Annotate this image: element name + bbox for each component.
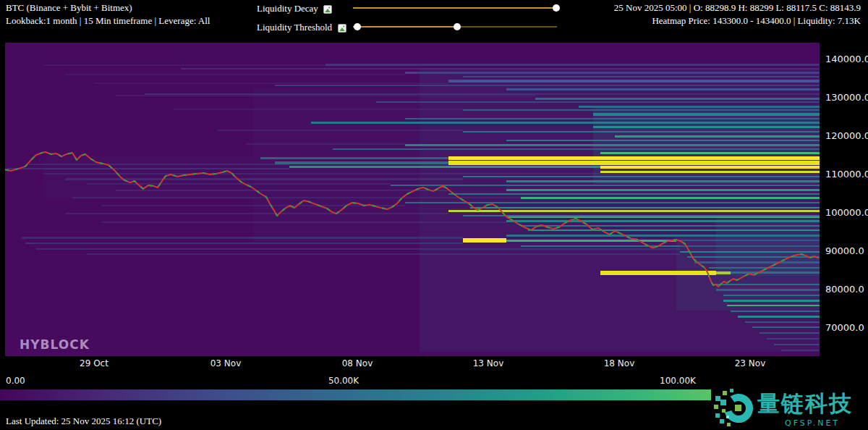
- liquidity-decay-label: Liquidity Decay: [257, 3, 318, 14]
- liquidity-band: [600, 166, 820, 169]
- x-tick-label: 18 Nov: [594, 358, 644, 368]
- liquidity-band: [600, 171, 820, 173]
- liquidity-band: [506, 88, 820, 90]
- liquidity-band: [116, 95, 535, 96]
- liquidity-band: [43, 64, 326, 66]
- liquidity-band: [326, 64, 820, 66]
- liquidity-band: [101, 205, 405, 206]
- y-tick-label: 110000.0: [825, 169, 868, 180]
- liquidity-threshold-icon[interactable]: [338, 22, 346, 31]
- liquidity-band: [333, 148, 820, 150]
- liquidity-band: [246, 143, 405, 145]
- liquidity-threshold-label: Liquidity Threshold: [257, 22, 332, 33]
- header-left: BTC (Binance + Bybit + Bitmex) Lookback:…: [6, 2, 210, 28]
- x-tick-label: 13 Nov: [463, 358, 514, 368]
- liquidity-band: [727, 305, 820, 306]
- liquidity-band: [506, 180, 820, 182]
- liquidity-band: [521, 197, 820, 199]
- liquidity-band: [448, 156, 820, 160]
- liquidity-band: [600, 271, 716, 275]
- liquidity-band: [43, 173, 600, 174]
- liquidity-band: [716, 289, 820, 291]
- liquidity-band: [506, 216, 820, 218]
- liquidity-band: [463, 109, 820, 111]
- liquidity-band: [463, 176, 820, 177]
- colorbar-tick-label: 0.00: [6, 376, 64, 386]
- liquidity-threshold-low-handle[interactable]: [354, 23, 361, 30]
- liquidity-band: [275, 161, 448, 164]
- liquidity-band: [521, 225, 820, 227]
- liquidity-band: [405, 118, 820, 119]
- liquidity-band: [260, 157, 448, 159]
- last-updated: Last Updated: 25 Nov 2025 16:12 (UTC): [6, 416, 161, 427]
- x-tick-label: 08 Nov: [332, 358, 383, 368]
- liquidity-band: [731, 271, 820, 274]
- liquidity-decay-handle[interactable]: [553, 4, 560, 12]
- liquidity-band: [448, 80, 820, 83]
- liquidity-band: [463, 238, 506, 243]
- liquidity-band: [738, 316, 820, 318]
- liquidity-band: [311, 122, 820, 124]
- y-tick-label: 140000.0: [825, 54, 868, 64]
- liquidity-band: [680, 245, 820, 247]
- liquidity-band: [723, 295, 820, 296]
- liquidity-band: [87, 183, 391, 185]
- y-tick-label: 80000.0: [825, 284, 864, 295]
- brand-name: 量链科技: [757, 389, 853, 419]
- liquidity-band: [145, 93, 820, 95]
- liquidity-wash: [43, 156, 253, 200]
- y-tick-label: 120000.0: [825, 130, 868, 141]
- liquidity-band: [22, 237, 463, 239]
- liquidity-band: [463, 215, 820, 216]
- liquidity-band: [723, 300, 820, 302]
- liquidity-decay-slider[interactable]: [353, 7, 557, 9]
- liquidity-band: [716, 271, 731, 274]
- liquidity-decay-icon[interactable]: [323, 4, 332, 12]
- liquidity-band: [774, 344, 820, 345]
- liquidity-band: [448, 161, 820, 165]
- liquidity-band: [463, 76, 820, 77]
- colorbar-tick-label: 100.00K: [649, 376, 707, 386]
- liquidity-band: [94, 83, 448, 84]
- liquidity-band: [506, 240, 676, 242]
- liquidity-band: [760, 332, 820, 334]
- liquidity-band: [781, 350, 820, 351]
- liquidity-band: [676, 240, 820, 241]
- brand-site: QFSP.NET: [785, 418, 840, 428]
- liquidity-band: [593, 126, 820, 128]
- liquidity-band: [593, 113, 820, 116]
- liquidity-band: [116, 190, 448, 191]
- liquidity-band: [709, 267, 820, 269]
- liquidity-band: [72, 197, 521, 198]
- liquidity-band: [29, 164, 289, 165]
- x-tick-label: 23 Nov: [725, 358, 775, 368]
- liquidity-band: [745, 321, 820, 323]
- liquidation-heatmap[interactable]: HYBLOCK: [5, 43, 820, 356]
- brand-logo-icon: [712, 387, 754, 429]
- liquidity-band: [391, 185, 820, 186]
- heatmap-readout: Heatmap Price: 143300.0 - 143400.0 | Liq…: [614, 15, 861, 26]
- liquidity-band: [731, 311, 820, 312]
- ohlc-readout: 25 Nov 2025 05:00 | O: 88298.9 H: 88299 …: [614, 2, 861, 13]
- liquidity-threshold-range: [353, 26, 457, 28]
- y-tick-label: 130000.0: [825, 92, 868, 103]
- hyblock-watermark: HYBLOCK: [20, 337, 90, 352]
- liquidity-band: [405, 144, 820, 146]
- liquidity-band: [752, 326, 820, 328]
- liquidity-band: [101, 222, 506, 223]
- colorbar-tick-label: 50.00K: [315, 376, 373, 386]
- y-tick-label: 70000.0: [825, 322, 864, 333]
- liquidity-band: [712, 284, 820, 285]
- liquidity-band: [36, 248, 680, 250]
- liquidity-band: [448, 193, 820, 195]
- liquidity-threshold-slider[interactable]: [353, 26, 557, 28]
- liquidity-threshold-high-handle[interactable]: [454, 23, 461, 30]
- liquidity-band: [217, 130, 463, 131]
- brand-watermark: 量链科技 QFSP.NET: [711, 386, 868, 430]
- liquidity-band: [506, 140, 820, 141]
- liquidity-band: [528, 229, 820, 231]
- liquidity-band: [680, 251, 820, 253]
- liquidity-band: [7, 168, 289, 169]
- liquidity-band: [506, 235, 820, 237]
- x-tick-label: 29 Oct: [69, 358, 119, 368]
